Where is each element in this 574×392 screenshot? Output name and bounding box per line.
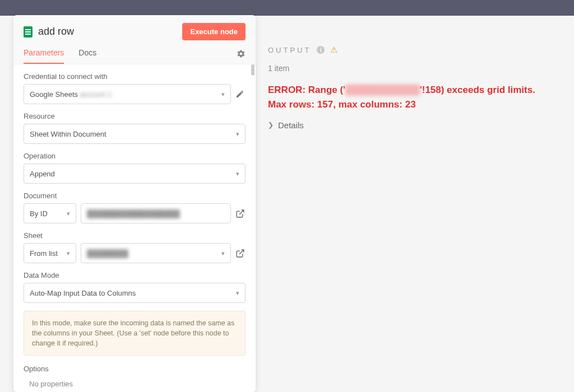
resource-label: Resource <box>24 112 246 120</box>
chevron-down-icon: ▾ <box>221 250 225 257</box>
document-label: Document <box>24 192 246 200</box>
app-topbar <box>0 0 574 16</box>
external-link-icon[interactable] <box>235 209 246 218</box>
credential-label: Credential to connect with <box>24 72 246 81</box>
info-notice: In this mode, make sure the incoming dat… <box>24 311 246 356</box>
datamode-label: Data Mode <box>24 271 246 279</box>
options-label: Options <box>24 365 246 373</box>
chevron-down-icon: ▾ <box>67 250 70 257</box>
google-sheets-icon <box>24 26 33 38</box>
error-message: ERROR: Range ('███████████'!158) exceeds… <box>268 83 561 113</box>
sheet-select[interactable]: ████████ ▾ <box>81 243 231 263</box>
resource-select[interactable]: Sheet Within Document ▾ <box>24 124 246 144</box>
warning-icon[interactable]: ⚠ <box>330 45 337 55</box>
svg-line-0 <box>239 210 244 214</box>
settings-gear-icon[interactable] <box>237 49 246 63</box>
sheet-mode-select[interactable]: From list ▾ <box>24 243 76 263</box>
chevron-down-icon: ▾ <box>236 170 239 178</box>
info-icon[interactable]: i <box>317 46 325 54</box>
tab-docs[interactable]: Docs <box>78 48 96 64</box>
execute-node-button[interactable]: Execute node <box>182 23 246 40</box>
operation-select[interactable]: Append ▾ <box>24 164 246 184</box>
credential-select[interactable]: Google Sheets account 2 ▾ <box>24 84 231 104</box>
document-id-input[interactable]: ██████████████████ <box>81 203 231 223</box>
svg-line-1 <box>239 250 244 254</box>
items-count: 1 item <box>268 64 561 73</box>
edit-pencil-icon[interactable] <box>235 90 246 99</box>
external-link-icon[interactable] <box>235 249 246 258</box>
output-heading: OUTPUT i ⚠ <box>268 45 561 55</box>
chevron-right-icon: ❯ <box>268 121 274 129</box>
sheet-label: Sheet <box>24 231 246 240</box>
chevron-down-icon: ▾ <box>221 91 225 98</box>
no-properties-text: No properties <box>24 376 246 392</box>
node-config-panel: add row Execute node Parameters Docs <box>13 15 256 392</box>
chevron-down-icon: ▾ <box>67 210 70 217</box>
operation-label: Operation <box>24 152 246 160</box>
chevron-down-icon: ▾ <box>236 130 239 138</box>
details-toggle[interactable]: ❯ Details <box>268 120 561 130</box>
node-title: add row <box>38 26 74 38</box>
tab-parameters[interactable]: Parameters <box>24 48 64 64</box>
chevron-down-icon: ▾ <box>236 290 239 297</box>
document-mode-select[interactable]: By ID ▾ <box>24 203 76 223</box>
scrollbar-thumb[interactable] <box>251 64 254 76</box>
datamode-select[interactable]: Auto-Map Input Data to Columns ▾ <box>24 283 246 303</box>
